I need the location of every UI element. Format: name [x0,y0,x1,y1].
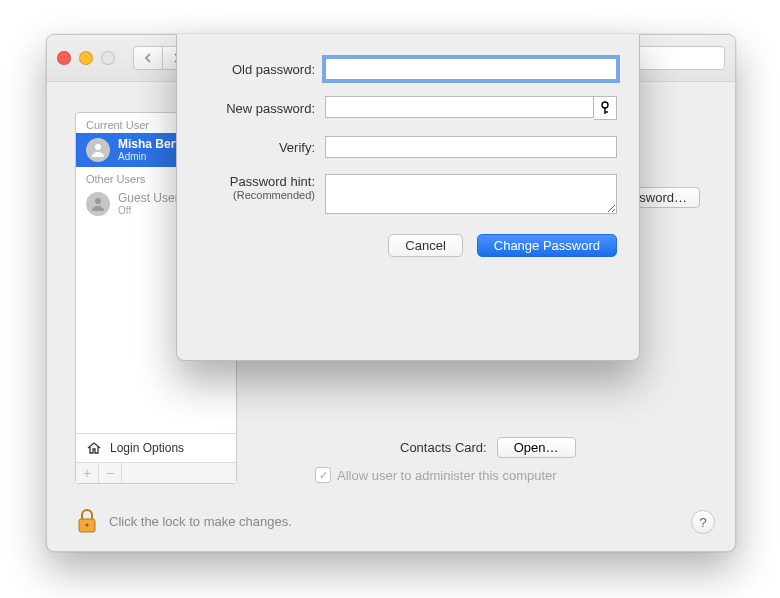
lock-text: Click the lock to make changes. [109,514,292,529]
user-name: Guest User [118,192,179,205]
zoom-window-button[interactable] [101,51,115,65]
admin-checkbox-label: Allow user to administer this computer [337,468,557,483]
new-password-input[interactable] [325,96,594,118]
add-user-button[interactable]: + [76,463,99,483]
verify-password-input[interactable] [325,136,617,158]
login-options[interactable]: Login Options [76,433,236,462]
remove-user-button[interactable]: − [99,463,122,483]
login-options-label: Login Options [110,441,184,455]
password-hint-input[interactable] [325,174,617,214]
back-button[interactable] [133,46,163,70]
cancel-button[interactable]: Cancel [388,234,462,257]
contacts-card-label: Contacts Card: [400,440,487,455]
password-hint-label: Password hint: (Recommended) [199,174,325,201]
svg-point-18 [602,102,608,108]
close-window-button[interactable] [57,51,71,65]
add-remove-bar: + − [76,462,236,483]
traffic-lights [57,51,115,65]
add-remove-spacer [122,463,236,483]
avatar [86,138,110,162]
avatar [86,192,110,216]
person-icon [90,196,106,212]
lock-icon[interactable] [75,508,99,534]
help-button[interactable]: ? [691,510,715,534]
person-icon [90,142,106,158]
change-password-sheet: Old password: New password: Verify: Pass… [176,34,640,361]
new-password-label: New password: [199,101,325,116]
key-icon [600,101,610,115]
verify-password-label: Verify: [199,140,325,155]
old-password-input[interactable] [325,58,617,80]
svg-point-17 [85,523,88,526]
house-icon [86,440,102,456]
open-contacts-button[interactable]: Open… [497,437,576,458]
user-role: Off [118,205,179,216]
admin-checkbox: ✓ [315,467,331,483]
chevron-left-icon [144,53,152,63]
svg-point-15 [95,198,101,204]
minimize-window-button[interactable] [79,51,93,65]
svg-point-14 [95,144,101,150]
confirm-change-password-button[interactable]: Change Password [477,234,617,257]
old-password-label: Old password: [199,62,325,77]
password-assistant-button[interactable] [594,96,617,120]
